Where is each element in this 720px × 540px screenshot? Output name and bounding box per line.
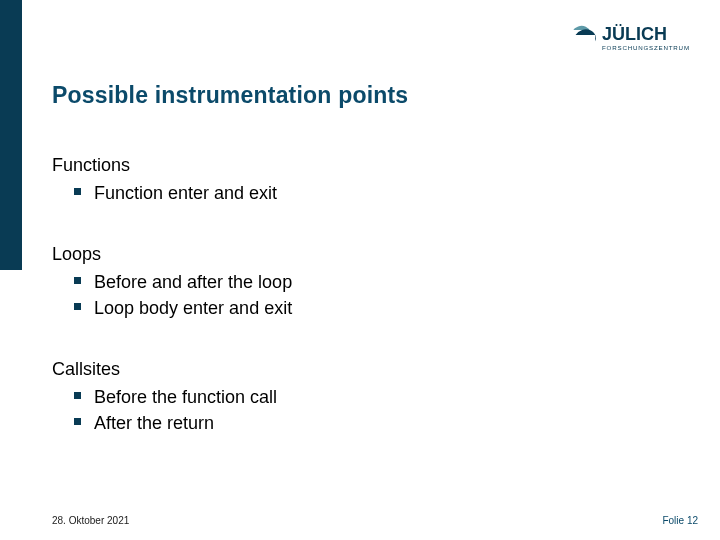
brand-name: JÜLICH [602,24,667,44]
slide-title: Possible instrumentation points [52,82,408,109]
footer-page: Folie 12 [662,515,698,526]
side-accent [0,0,22,540]
section-functions: Functions Function enter and exit [52,155,652,206]
side-accent-dark [0,0,22,270]
section-heading: Functions [52,155,652,176]
section-callsites: Callsites Before the function call After… [52,359,652,436]
brand-logo: JÜLICH FORSCHUNGSZENTRUM [570,18,698,62]
section-loops: Loops Before and after the loop Loop bod… [52,244,652,321]
section-heading: Loops [52,244,652,265]
brand-sub: FORSCHUNGSZENTRUM [602,44,690,51]
slide-content: Functions Function enter and exit Loops … [52,155,652,474]
list-item: Before and after the loop [94,269,652,295]
footer-date: 28. Oktober 2021 [52,515,129,526]
list-item: Loop body enter and exit [94,295,652,321]
bullet-list: Before the function call After the retur… [52,384,652,436]
list-item: Before the function call [94,384,652,410]
section-heading: Callsites [52,359,652,380]
juelich-logo-icon: JÜLICH FORSCHUNGSZENTRUM [570,18,698,58]
list-item: Function enter and exit [94,180,652,206]
list-item: After the return [94,410,652,436]
svg-rect-3 [573,35,595,55]
bullet-list: Function enter and exit [52,180,652,206]
bullet-list: Before and after the loop Loop body ente… [52,269,652,321]
